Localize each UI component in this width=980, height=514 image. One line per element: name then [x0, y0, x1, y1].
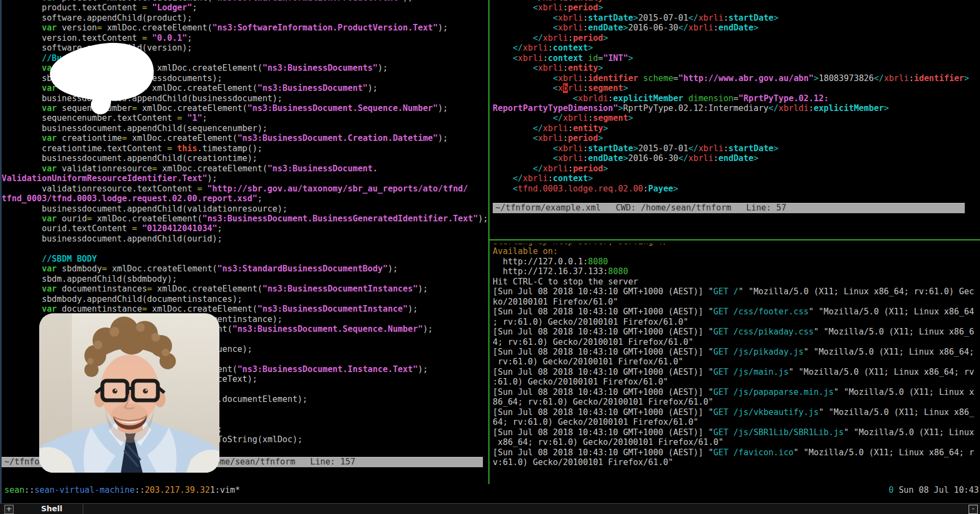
code-segment: :: [568, 0, 573, 3]
code-segment: =: [122, 133, 127, 143]
code-segment: :: [909, 73, 914, 83]
code-row: 64; rv:61.0) Gecko/20100101 Firefox/61.0…: [493, 417, 978, 427]
code-segment: [493, 144, 553, 153]
code-segment: xbrli: [558, 73, 583, 83]
code-segment: [493, 53, 513, 63]
code-segment: <: [553, 73, 558, 83]
code-segment: =: [97, 0, 102, 3]
code-segment: rv:61.0) Gecko/20100101 Firefox/61.0": [493, 357, 683, 367]
code-row: </xbrli:context>: [493, 174, 979, 183]
code-segment: >: [598, 3, 603, 13]
code-segment: xbrldi: [578, 94, 608, 103]
code-segment: xbrli: [543, 0, 568, 3]
code-segment: ; rv:61.0) Gecko/20100101 Firefox/61.0": [493, 317, 688, 327]
code-row: </xbrli:segment>: [493, 113, 979, 123]
code-segment: :: [583, 153, 588, 163]
code-segment: b: [563, 83, 568, 93]
code-segment: >: [628, 113, 633, 123]
tmux-horizontal-pane-divider[interactable]: [489, 239, 980, 240]
code-segment: ourid: [57, 214, 87, 224]
code-row: var sbdmbody= xmlDoc.createElement("ns3:…: [2, 264, 488, 274]
code-segment: [493, 43, 513, 53]
code-segment: entity: [568, 63, 598, 73]
code-segment: >: [628, 53, 633, 63]
code-row: businessdocument.appendChild(ourid);: [2, 234, 488, 244]
code-segment: "RprtPyType.02.12:: [738, 94, 829, 103]
code-segment: );: [418, 364, 427, 374]
code-segment: product: [57, 0, 97, 3]
server-log-output: Starting up http-server, serving ./Avail…: [493, 244, 978, 467]
code-segment: explicitMember: [813, 103, 884, 113]
code-row: tfnd_0003/tfnd.0003.lodge.request.02.00.…: [2, 194, 488, 203]
code-segment: ;: [187, 33, 192, 43]
code-segment: endDate: [719, 23, 754, 33]
code-segment: creationtime.textContent: [2, 144, 167, 153]
code-segment: [493, 23, 553, 33]
code-row: rv:61.0) Gecko/20100101 Firefox/61.0": [493, 357, 978, 367]
code-row: [Sun Jul 08 2018 10:43:10 GMT+1000 (AEST…: [493, 428, 978, 437]
code-segment: <: [533, 63, 538, 73]
code-segment: 2016-06-30: [628, 23, 678, 33]
tab-shell[interactable]: Shell: [22, 504, 82, 514]
code-segment: GET /: [713, 287, 738, 296]
code-segment: Available on:: [493, 246, 558, 256]
new-tab-button[interactable]: +: [4, 505, 14, 514]
code-segment: var: [42, 264, 57, 274]
code-segment: explicitMember: [613, 94, 683, 103]
tmux-vertical-pane-divider[interactable]: [488, 0, 489, 484]
code-segment: var: [42, 0, 57, 3]
code-row: 86_64; rv:61.0) Gecko/20100101 Firefox/6…: [493, 397, 978, 407]
code-segment: [493, 164, 533, 174]
code-segment: </: [533, 123, 543, 133]
code-row: <xbrli:endDate>2016-06-30</xbrli:endDate…: [493, 153, 979, 163]
code-segment: "ns3:SoftwareInformation.ProductVersion.…: [212, 23, 438, 33]
code-segment: <: [533, 133, 538, 143]
code-segment: </: [688, 13, 698, 23]
code-segment: >: [964, 73, 969, 83]
code-segment: );: [438, 133, 448, 143]
code-segment: sean: [4, 485, 24, 495]
code-segment: [Sun Jul 08 2018 10:43:10 GMT+1000 (AEST…: [493, 407, 713, 417]
code-segment: </: [513, 43, 523, 53]
code-row: businessdocument.appendChild(sequencenum…: [2, 123, 488, 133]
code-segment: var: [42, 304, 57, 314]
code-segment: " "Mozilla/5.0 (X11; Linux x: [834, 387, 974, 397]
code-segment: =: [147, 284, 152, 294]
code-segment: ;: [202, 113, 207, 123]
code-segment: "Lodger": [152, 3, 192, 13]
code-segment: ko/20100101 Firefox/61.0": [493, 297, 618, 307]
code-segment: >: [623, 153, 628, 163]
code-segment: [2, 133, 42, 143]
code-segment: tfnd.0003.lodge.req.02.00: [518, 184, 643, 194]
code-segment: xbrli: [884, 73, 909, 83]
code-row: ; rv:61.0) Gecko/20100101 Firefox/61.0": [493, 317, 978, 327]
code-segment: >: [603, 0, 608, 3]
code-segment: :: [583, 83, 588, 93]
code-segment: 8080: [588, 257, 608, 267]
http-server-log-pane[interactable]: Starting up http-server, serving ./Avail…: [493, 244, 978, 478]
code-segment: </: [769, 103, 779, 113]
code-row: ourid.textContent = "0120412041034";: [2, 224, 488, 233]
code-segment: [493, 184, 513, 194]
code-segment: period: [568, 133, 598, 143]
code-segment: :: [568, 33, 573, 43]
code-segment: dimension: [688, 94, 733, 103]
code-row: <tfnd.0003.lodge.req.02.00:Payee>: [493, 184, 979, 194]
code-segment: [Sun Jul 08 2018 10:43:10 GMT+1000 (AEST…: [493, 287, 713, 296]
vim-pane-xml[interactable]: </xbrli:entity> <xbrli:period> <xbrli:st…: [493, 0, 979, 203]
code-segment: entity: [573, 123, 603, 133]
code-segment: Payee: [648, 184, 673, 194]
code-segment: >: [598, 133, 603, 143]
minimize-button[interactable]: -: [969, 505, 978, 514]
code-segment: [Sun Jul 08 2018 10:43:10 GMT+1000 (AEST…: [493, 428, 713, 437]
code-segment: GET /js/main.js: [713, 367, 788, 377]
code-row: [Sun Jul 08 2018 10:43:10 GMT+1000 (AEST…: [493, 307, 978, 317]
code-segment: 4; rv:61.0) Gecko/20100101 Firefox/61.0": [493, 337, 693, 347]
code-row: 4; rv:61.0) Gecko/20100101 Firefox/61.0": [493, 337, 978, 347]
code-segment: xmlDoc.createElement(: [92, 214, 203, 224]
code-segment: http://172.16.37.133:: [493, 267, 608, 276]
code-segment: id: [588, 53, 598, 63]
code-segment: context: [548, 53, 583, 63]
code-segment: ValidationUniformResourceIdentifier.Text…: [2, 174, 207, 183]
code-segment: xbrli: [699, 144, 724, 153]
